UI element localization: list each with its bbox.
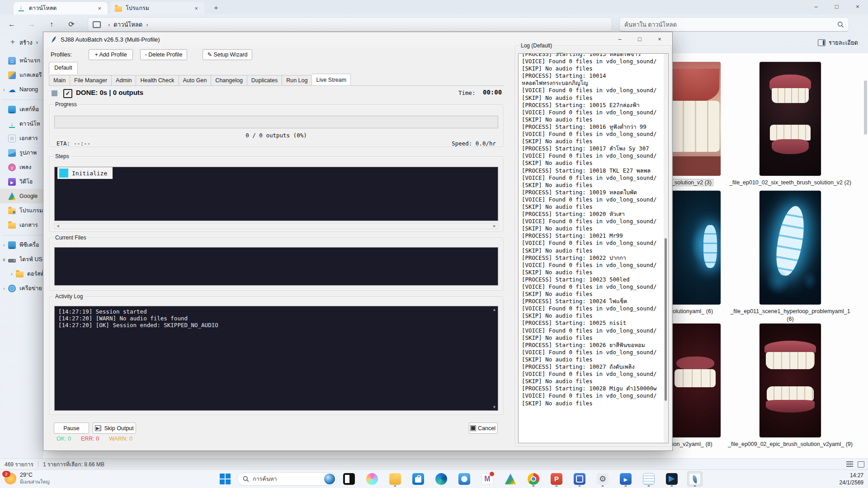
activity-log-panel[interactable]: [14:27:19] Session started[14:27:20] [WA…: [54, 306, 498, 411]
tab-duplicates[interactable]: Duplicates: [247, 75, 282, 86]
sidebar-item-this-pc[interactable]: › พีซีเครื่อ: [0, 238, 43, 252]
log-scrollbar[interactable]: [664, 54, 668, 443]
sidebar-item-programs-folder[interactable]: โปรแกรม: [0, 203, 43, 218]
scroll-down-icon[interactable]: ▼: [492, 405, 496, 409]
cancel-button[interactable]: Cancel: [469, 422, 498, 434]
dark-app-icon[interactable]: [664, 471, 679, 487]
breadcrumb-location[interactable]: ดาวน์โหลด: [113, 20, 142, 29]
profile-tab-default[interactable]: Default: [49, 62, 78, 74]
explorer-maximize-button[interactable]: □: [826, 0, 847, 14]
tab-run-log[interactable]: Run Log: [282, 75, 312, 86]
file-item[interactable]: _file_ep009_02_epic_brush_solution_v2yam…: [741, 324, 840, 448]
back-button[interactable]: ←: [4, 17, 20, 32]
explorer-close-button[interactable]: ×: [847, 0, 868, 14]
app-minimize-button[interactable]: –: [610, 32, 630, 47]
start-button[interactable]: [220, 474, 231, 484]
snipping-icon[interactable]: [572, 471, 587, 487]
chevron-icon[interactable]: ›: [0, 286, 8, 291]
sidebar-item-network[interactable]: › เครือข่าย: [0, 281, 43, 296]
powerpoint-icon[interactable]: [549, 471, 564, 487]
photos-icon[interactable]: [457, 471, 472, 487]
chrome-icon[interactable]: [526, 471, 541, 487]
capcut-icon[interactable]: [341, 471, 357, 487]
weather-widget[interactable]: 2 29°C มีเมฆส่วนใหญ่: [5, 472, 50, 485]
sidebar-item-home[interactable]: หน้าแรก: [0, 53, 43, 68]
steps-horizontal-scrollbar[interactable]: ◄ ►: [54, 223, 498, 229]
sidebar-item-music[interactable]: เพลง: [0, 160, 43, 174]
breadcrumb-separator[interactable]: ›: [146, 21, 148, 28]
feather-app-icon[interactable]: [687, 471, 703, 487]
app-maximize-button[interactable]: □: [630, 32, 650, 47]
file-thumbnail[interactable]: [760, 324, 821, 437]
chevron-icon[interactable]: ∨: [0, 257, 8, 262]
skip-output-button[interactable]: ▶| Skip Output: [93, 422, 136, 434]
search-input[interactable]: ค้นหาใน ดาวน์โหลด: [619, 17, 849, 32]
chevron-icon[interactable]: ›: [0, 243, 8, 248]
movies-icon[interactable]: [618, 471, 633, 487]
file-explorer-icon[interactable]: [387, 471, 403, 487]
sidebar-item-usb-drive[interactable]: ∨ ไดรฟ์ US: [0, 252, 43, 267]
explorer-minimize-button[interactable]: –: [806, 0, 826, 14]
forward-button[interactable]: →: [24, 17, 40, 32]
scroll-up-icon[interactable]: ▲: [492, 307, 496, 312]
tab-file-manager[interactable]: File Manager: [70, 75, 112, 86]
tab-live-stream[interactable]: Live Stream: [312, 74, 351, 86]
tab-close-icon[interactable]: ×: [96, 5, 103, 12]
scroll-left-icon[interactable]: ◄: [55, 223, 61, 229]
delete-profile-button[interactable]: - Delete Profile: [140, 49, 187, 60]
pause-button[interactable]: Pause: [54, 422, 89, 434]
m-app-icon[interactable]: [480, 471, 495, 487]
edge-icon[interactable]: [434, 471, 449, 487]
app-close-button[interactable]: ×: [650, 32, 670, 47]
store-icon[interactable]: [410, 471, 426, 487]
list-view-icon[interactable]: [846, 461, 853, 467]
step-item[interactable]: Initialize: [57, 167, 113, 179]
tab-main[interactable]: Main: [49, 75, 70, 86]
sidebar-divider[interactable]: [0, 232, 43, 238]
new-button[interactable]: สร้าง ∨: [5, 36, 43, 49]
sidebar-item-downloads[interactable]: ดาวน์โห: [0, 117, 43, 131]
sidebar-divider[interactable]: [0, 97, 43, 102]
details-pane-button[interactable]: รายละเอียด: [814, 36, 862, 49]
thumbnail-view-icon[interactable]: [858, 461, 864, 468]
taskbar-search[interactable]: การค้นหา: [237, 472, 337, 486]
sidebar-item-onedrive[interactable]: › Narong: [0, 82, 43, 97]
done-checkbox[interactable]: ✓: [63, 89, 72, 98]
log-scrollbar-thumb[interactable]: [665, 238, 667, 401]
sidebar-item-gallery[interactable]: แกลเลอรี: [0, 68, 43, 82]
content-scrollbar[interactable]: [864, 80, 867, 135]
sidebar-item-pictures[interactable]: รูปภาพ: [0, 145, 43, 160]
sidebar-item-desktop[interactable]: เดสก์ท็อ: [0, 102, 43, 117]
add-profile-button[interactable]: + Add Profile: [89, 49, 133, 60]
file-item[interactable]: _file_ep010_02_six_teeth_brush_solution_…: [741, 62, 840, 187]
notepad-icon[interactable]: [641, 471, 656, 487]
tab-auto-gen[interactable]: Auto Gen: [179, 75, 212, 86]
copilot-icon[interactable]: [364, 471, 380, 487]
file-thumbnail[interactable]: [760, 62, 821, 176]
scroll-right-icon[interactable]: ►: [491, 223, 498, 229]
file-item[interactable]: _file_ep011_scene1_hyperloop_problemyaml…: [741, 191, 840, 323]
file-thumbnail[interactable]: [760, 191, 821, 305]
sidebar-item-google-drive[interactable]: Google: [0, 189, 43, 203]
sidebar-item-videos[interactable]: วิดีโอ: [0, 174, 43, 189]
google-drive-icon[interactable]: [503, 471, 518, 487]
app-titlebar[interactable]: SJ88 AutoBatch v26.5.3 (Multi-Profile) –…: [43, 32, 672, 47]
tab-admin[interactable]: Admin: [112, 75, 136, 86]
taskbar-clock[interactable]: 14:27 24/1/2569: [840, 472, 863, 486]
tab-programs[interactable]: โปรแกรม ×: [110, 2, 204, 14]
breadcrumb[interactable]: › ดาวน์โหลด ›: [88, 17, 612, 32]
settings-icon[interactable]: [595, 471, 610, 487]
sidebar-item-documents-folder[interactable]: เอกสาร: [0, 218, 43, 232]
refresh-button[interactable]: ⟳: [63, 17, 80, 32]
tab-health-check[interactable]: Health Check: [136, 75, 179, 86]
tab-downloads[interactable]: ดาวน์โหลด ×: [14, 2, 108, 14]
tab-close-icon[interactable]: ×: [193, 5, 200, 12]
chevron-icon[interactable]: ›: [8, 272, 16, 277]
sidebar-item-subfolder[interactable]: › ดอร์สตั้: [0, 267, 43, 281]
log-textarea[interactable]: [PROCESS] Starting: 10013 หลอดไฟขาว[VOIC…: [518, 53, 669, 443]
tab-changelog[interactable]: Changelog: [211, 75, 247, 86]
chevron-icon[interactable]: ›: [0, 87, 8, 92]
setup-wizard-button[interactable]: ✎ Setup Wizard: [203, 49, 252, 60]
up-button[interactable]: ↑: [43, 17, 60, 32]
new-tab-button[interactable]: +: [211, 3, 222, 13]
